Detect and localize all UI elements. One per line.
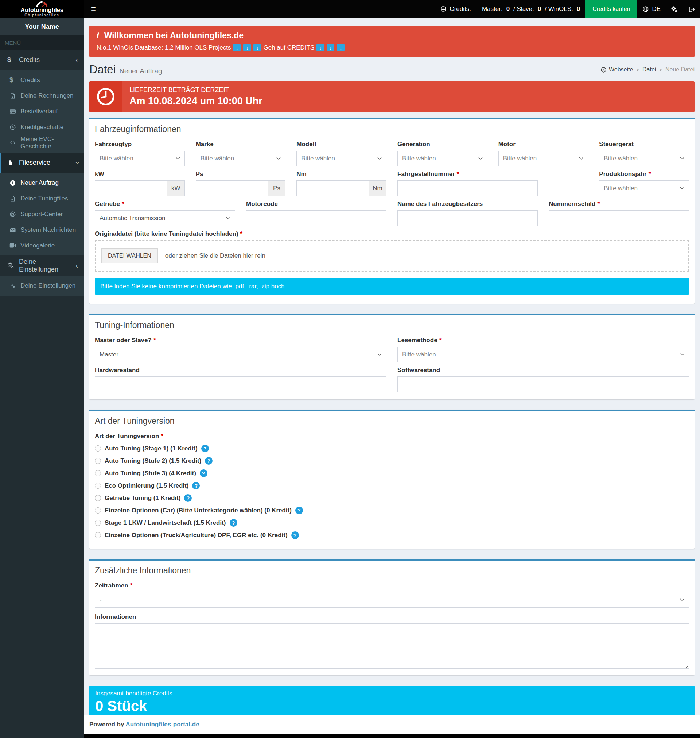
breadcrumb-current: Neue Datei: [665, 66, 694, 73]
sidebar-item-rechnungen[interactable]: Deine Rechnungen: [0, 88, 84, 104]
sidebar-item-credits-group[interactable]: $ Credits ‹: [0, 50, 84, 70]
question-circle-icon[interactable]: [192, 482, 200, 489]
produktionsjahr-label: Produktionsjahr*: [599, 170, 689, 178]
nm-input[interactable]: [296, 180, 369, 196]
credits-indicator[interactable]: Credits:: [435, 0, 476, 18]
portal-link[interactable]: Autotuningfiles-portal.de: [126, 721, 199, 728]
question-circle-icon[interactable]: [200, 470, 207, 477]
question-circle-icon[interactable]: [184, 494, 192, 502]
radio-option-stufe2[interactable]: Auto Tuning (Stufe 2) (1.5 Kredit): [95, 457, 689, 465]
motor-select[interactable]: Bitte wählen.: [499, 151, 588, 166]
label-text: Generation: [397, 141, 430, 148]
nm-addon: Nm: [369, 180, 387, 196]
code-icon: [9, 139, 21, 146]
sidebar-item-deine-tuningfiles[interactable]: Deine Tuningfiles: [0, 191, 84, 206]
breadcrumb-home-label: Webseite: [609, 66, 633, 73]
lesemethode-select[interactable]: Bitte wählen.: [397, 346, 689, 362]
generation-select[interactable]: Bitte wählen.: [397, 151, 487, 166]
radio-button[interactable]: [95, 520, 101, 526]
logout-button[interactable]: [683, 0, 700, 18]
master-slave-label: Master oder Slave?*: [95, 337, 387, 344]
marke-select[interactable]: Bitte wählen.: [196, 151, 286, 166]
sidebar-item-fileservice-group[interactable]: Fileservice ‹: [0, 153, 84, 173]
label-text: Zeitrahmen: [95, 582, 128, 589]
motorcode-input[interactable]: [246, 210, 387, 226]
label-text: Motorcode: [246, 201, 278, 207]
choose-file-button[interactable]: DATEI WÄHLEN: [101, 248, 158, 264]
credits-summary-box: Insgesamt benötigte Credits 0 Stück: [89, 685, 694, 715]
radio-button[interactable]: [95, 532, 101, 538]
app-logo[interactable]: Autotuningfiles Chiptuningfiles: [0, 0, 84, 18]
sidebar-item-kreditgeschaefte[interactable]: Kreditgeschäfte: [0, 119, 84, 135]
radio-label: Einzelne Optionen (Car) (Bitte Unterkate…: [104, 507, 292, 514]
breadcrumb-datei[interactable]: Datei: [643, 66, 656, 73]
nummernschild-input[interactable]: [549, 210, 689, 226]
question-circle-icon[interactable]: [205, 457, 213, 465]
credit-card-icon: [9, 108, 21, 115]
language-switcher[interactable]: DE: [637, 0, 666, 18]
radio-option-lkw[interactable]: Stage 1 LKW / Landwirtschaft (1.5 Kredit…: [95, 519, 689, 527]
menu-header: MENÜ: [0, 35, 84, 50]
footer: Powered by Autotuningfiles-portal.de: [84, 715, 700, 734]
radio-label: Einzelne Optionen (Truck/Agriculture) DP…: [104, 532, 288, 539]
marke-label: Marke: [196, 141, 286, 148]
buy-credits-button[interactable]: Credits kaufen: [585, 0, 637, 18]
settings-menu-button[interactable]: [666, 0, 683, 18]
radio-button[interactable]: [95, 458, 101, 464]
sidebar-item-label: Meine EVC-Geschichte: [21, 136, 78, 150]
getriebe-select[interactable]: Automatic Transmission: [95, 210, 235, 226]
required-marker: *: [649, 170, 651, 178]
fahrzeugtyp-select[interactable]: Bitte wählen.: [95, 151, 185, 166]
question-circle-icon[interactable]: [230, 519, 237, 527]
credits-label: Credits:: [450, 6, 471, 13]
radio-button[interactable]: [95, 495, 101, 501]
sign-out-icon: [688, 6, 695, 13]
radio-option-eco[interactable]: Eco Optimierung (1.5 Kredit): [95, 482, 689, 489]
sidebar-item-videogalerie[interactable]: Videogalerie: [0, 238, 84, 253]
zeitrahmen-select[interactable]: -: [95, 592, 689, 607]
produktionsjahr-select[interactable]: Bitte wählen.: [599, 180, 689, 196]
hardwarestand-input[interactable]: [95, 377, 387, 392]
question-circle-icon[interactable]: [201, 445, 209, 452]
file-pdf-icon: [9, 92, 21, 99]
radio-button[interactable]: [95, 507, 101, 514]
sidebar-item-label: Support-Center: [21, 211, 63, 218]
radio-option-einzelne-truck[interactable]: Einzelne Optionen (Truck/Agriculture) DP…: [95, 531, 689, 539]
video-icon: [9, 243, 21, 248]
sidebar-item-einstellungen-group[interactable]: Deine Einstellungen ‹: [0, 255, 84, 276]
radio-option-stufe3[interactable]: Auto Tuning (Stufe 3) (4 Kredit): [95, 470, 689, 477]
sidebar-item-neuer-auftrag[interactable]: Neuer Auftrag: [0, 175, 84, 191]
radio-option-stage1[interactable]: Auto Tuning (Stage 1) (1 Kredit): [95, 445, 689, 452]
sidebar-item-credits[interactable]: $ Credits: [0, 72, 84, 88]
ps-input[interactable]: [196, 180, 268, 196]
sidebar-toggle-button[interactable]: ≡: [84, 0, 103, 18]
master-slave-select[interactable]: Master: [95, 346, 387, 362]
radio-button[interactable]: [95, 445, 101, 452]
radio-button[interactable]: [95, 483, 101, 489]
label-text: Produktionsjahr: [599, 170, 646, 178]
radio-button[interactable]: [95, 470, 101, 476]
sidebar-item-system-nachrichten[interactable]: System Nachrichten: [0, 222, 84, 238]
informationen-textarea[interactable]: [95, 623, 689, 669]
softwarestand-input[interactable]: [397, 377, 689, 392]
question-circle-icon[interactable]: [291, 531, 299, 539]
radio-option-einzelne-car[interactable]: Einzelne Optionen (Car) (Bitte Unterkate…: [95, 506, 689, 514]
fahrzeugtyp-label: Fahrzeugtyp: [95, 141, 185, 148]
kw-input[interactable]: [95, 180, 167, 196]
breadcrumb-datei-label: Datei: [643, 66, 656, 73]
powered-by-text: Powered by: [89, 721, 124, 728]
label-text: Name des Fahrzeugbesitzers: [397, 201, 483, 207]
sidebar-item-support-center[interactable]: Support-Center: [0, 206, 84, 222]
sidebar-item-evc-geschichte[interactable]: Meine EVC-Geschichte: [0, 135, 84, 151]
file-dropzone[interactable]: DATEI WÄHLEN oder ziehen Sie die Dateien…: [95, 240, 689, 271]
radio-option-getriebe[interactable]: Getriebe Tuning (1 Kredit): [95, 494, 689, 502]
sidebar-item-deine-einstellungen[interactable]: Deine Einstellungen: [0, 278, 84, 293]
breadcrumb-home[interactable]: Webseite: [600, 66, 633, 73]
besitzer-input[interactable]: [397, 210, 538, 226]
question-circle-icon[interactable]: [295, 506, 303, 514]
steuergeraet-select[interactable]: Bitte wählen.: [599, 151, 689, 166]
sidebar-item-bestellverlauf[interactable]: Bestellverlauf: [0, 104, 84, 119]
fahrgestellnummer-input[interactable]: [397, 180, 538, 196]
modell-select[interactable]: Bitte wählen.: [296, 151, 387, 166]
label-text: Art der Tuningversion: [95, 433, 159, 440]
